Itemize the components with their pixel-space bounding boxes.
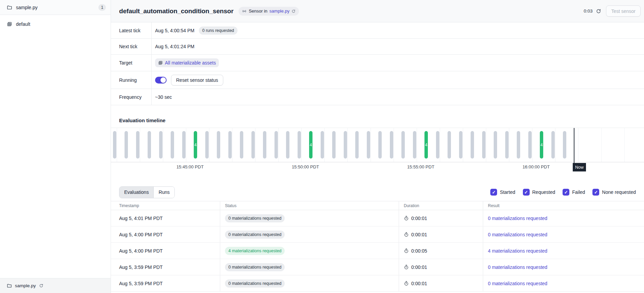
code-location-name: sample.py (16, 5, 38, 10)
checkbox-checked-icon[interactable]: ✓ (490, 189, 497, 196)
filter-label: None requested (602, 189, 636, 195)
tick-run-count: 4 (541, 143, 543, 147)
evaluation-tick-bar[interactable] (448, 131, 451, 159)
evaluation-tick-bar[interactable] (459, 131, 462, 159)
gridline (232, 128, 232, 162)
evaluation-tick-bar[interactable] (113, 131, 116, 159)
row-label: Next tick (111, 39, 152, 54)
row-label: Target (111, 55, 152, 71)
evaluation-tick-bar[interactable] (228, 131, 232, 159)
sidebar-item-default[interactable]: default (0, 18, 111, 30)
stopwatch-icon (404, 216, 409, 221)
evaluation-tick-bar[interactable] (471, 131, 474, 159)
evaluation-tick-bar[interactable] (505, 131, 509, 159)
evaluation-tick-bar[interactable] (401, 131, 405, 159)
evaluation-tick-bar[interactable] (355, 131, 359, 159)
evaluation-tick-bar[interactable] (136, 131, 139, 159)
evaluation-tick-bar[interactable] (182, 131, 186, 159)
evaluation-tick-bar[interactable] (494, 131, 497, 159)
target-assets-link[interactable]: All materializable assets (155, 58, 219, 67)
gridline (601, 128, 602, 162)
gridline (486, 128, 486, 162)
tab-evaluations[interactable]: Evaluations (119, 187, 153, 198)
filter-group: ✓Started✓Requested✓Failed✓None requested (490, 189, 636, 196)
tick-run-count: 4 (194, 143, 197, 147)
gridline (117, 128, 117, 162)
filter-failed[interactable]: ✓Failed (563, 189, 585, 196)
stopwatch-icon (404, 264, 409, 270)
result-link[interactable]: 4 materializations requested (488, 248, 547, 254)
evaluation-tick-bar[interactable] (551, 131, 555, 159)
evaluation-tick-bar[interactable] (332, 131, 336, 159)
refresh-icon[interactable] (596, 8, 601, 14)
evaluation-tick-bar[interactable] (125, 131, 128, 159)
evaluation-tick-bar[interactable] (367, 131, 370, 159)
duration-value: 0:00:01 (411, 232, 427, 237)
evaluation-tick-bar[interactable] (344, 131, 347, 159)
tab-runs[interactable]: Runs (153, 187, 174, 198)
evaluation-tick-bar-requested[interactable]: 4 (309, 131, 312, 159)
duration-value: 0:00:01 (411, 264, 427, 270)
evaluation-tick-bar-requested[interactable]: 4 (424, 131, 428, 159)
evaluation-tick-bar[interactable] (413, 131, 416, 159)
row-label: Frequency (111, 89, 152, 105)
evaluation-tick-bar[interactable] (251, 131, 255, 159)
evaluation-tick-bar-requested[interactable]: 4 (540, 131, 543, 159)
checkbox-checked-icon[interactable]: ✓ (523, 189, 530, 196)
folder-icon (7, 5, 12, 10)
detail-row-frequency: Frequency ~30 sec (111, 89, 644, 105)
evaluation-tick-bar[interactable] (517, 131, 520, 159)
evaluation-tick-bar[interactable] (482, 131, 486, 159)
latest-tick-time: Aug 5, 4:00:54 PM (155, 28, 194, 33)
evaluation-tick-bar[interactable] (563, 131, 566, 159)
sensor-icon (242, 9, 247, 14)
cell-duration: 0:00:05 (399, 243, 483, 259)
evaluation-tick-bar[interactable] (217, 131, 220, 159)
evaluation-tick-bar[interactable] (205, 131, 209, 159)
evaluation-tick-bar[interactable] (298, 131, 301, 159)
sensor-count-badge: 1 (98, 4, 106, 11)
table-row: Aug 5, 4:00 PM PDT4 materializations req… (111, 243, 644, 259)
timeline-title: Evaluation timeline (119, 117, 166, 123)
reload-icon[interactable] (291, 9, 296, 13)
gridline (509, 128, 509, 162)
evaluation-tick-bar[interactable] (286, 131, 289, 159)
evaluation-tick-bar[interactable] (378, 131, 382, 159)
evaluation-tick-bar[interactable] (436, 131, 439, 159)
status-pill: 0 materializations requested (225, 279, 285, 288)
evaluation-tick-bar[interactable] (321, 131, 324, 159)
evaluation-tick-bar[interactable] (390, 131, 393, 159)
sidebar-code-location[interactable]: sample.py 1 (0, 0, 111, 15)
evaluation-tick-bar[interactable] (148, 131, 151, 159)
duration-value: 0:00:05 (411, 248, 427, 254)
page-header: default_automation_condition_sensor Sens… (111, 0, 644, 22)
reload-icon[interactable] (39, 283, 43, 288)
axis-tick-label: 16:00:00 PDT (523, 164, 550, 169)
evaluation-tick-bar-requested[interactable]: 4 (194, 131, 197, 159)
result-link[interactable]: 0 materializations requested (488, 216, 547, 221)
cell-status: 0 materializations requested (220, 275, 399, 291)
evaluation-tick-bar[interactable] (171, 131, 174, 159)
evaluation-tick-bar[interactable] (263, 131, 266, 159)
filter-started[interactable]: ✓Started (490, 189, 515, 196)
test-sensor-button[interactable]: Test sensor (606, 5, 641, 17)
result-link[interactable]: 0 materializations requested (488, 232, 547, 237)
filter-none-requested[interactable]: ✓None requested (592, 189, 636, 196)
status-pill: 4 materializations requested (225, 247, 285, 255)
checkbox-checked-icon[interactable]: ✓ (592, 189, 599, 196)
evaluation-tick-bar[interactable] (240, 131, 243, 159)
evaluation-tick-bar[interactable] (159, 131, 163, 159)
filter-requested[interactable]: ✓Requested (523, 189, 555, 196)
cell-result: 0 materializations requested (483, 259, 644, 275)
result-link[interactable]: 0 materializations requested (488, 281, 547, 286)
sensor-tag-link[interactable]: sample.py (269, 8, 289, 14)
result-link[interactable]: 0 materializations requested (488, 264, 547, 270)
checkbox-checked-icon[interactable]: ✓ (563, 189, 569, 196)
evaluation-tick-bar[interactable] (528, 131, 532, 159)
evaluation-tick-bar[interactable] (274, 131, 278, 159)
stopwatch-icon (404, 281, 409, 286)
frequency-value: ~30 sec (155, 94, 172, 100)
running-toggle[interactable] (155, 77, 167, 84)
reset-sensor-status-button[interactable]: Reset sensor status (171, 75, 223, 86)
sidebar-footer[interactable]: sample.py (0, 278, 111, 293)
